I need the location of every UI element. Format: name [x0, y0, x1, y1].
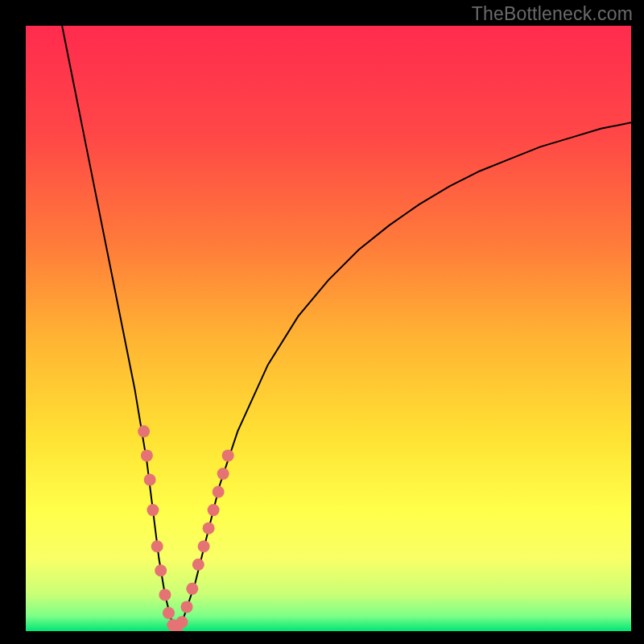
data-point [217, 468, 229, 480]
data-point [138, 425, 150, 437]
data-point [192, 559, 204, 571]
data-point [222, 449, 234, 461]
data-point [208, 504, 220, 516]
data-point [147, 504, 159, 516]
data-point [198, 540, 210, 552]
data-point [213, 486, 225, 498]
data-point [151, 540, 163, 552]
bottleneck-curve [62, 26, 631, 631]
data-point [159, 588, 171, 601]
data-point [155, 564, 167, 576]
data-point [203, 522, 215, 535]
marker-group [138, 425, 234, 631]
data-point [163, 607, 175, 619]
data-point [181, 601, 193, 613]
data-point [141, 449, 153, 461]
data-point [144, 474, 156, 486]
curve-layer [26, 26, 631, 631]
data-point [186, 583, 198, 595]
data-point [176, 616, 188, 628]
chart-frame: TheBottleneck.com [0, 0, 644, 644]
watermark-text: TheBottleneck.com [472, 3, 633, 25]
plot-region [26, 26, 631, 631]
